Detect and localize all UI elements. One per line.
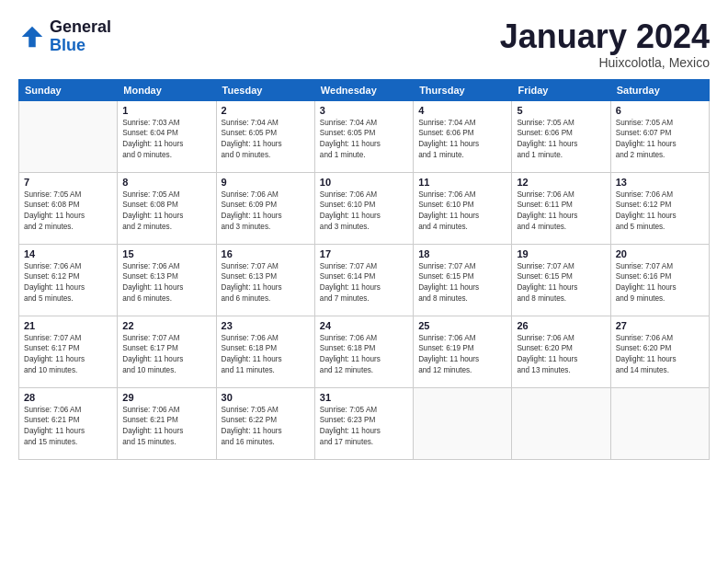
- day-cell: 17Sunrise: 7:07 AM Sunset: 6:14 PM Dayli…: [314, 244, 413, 316]
- day-number: 17: [320, 248, 408, 259]
- day-number: 30: [222, 392, 310, 403]
- day-number: 12: [517, 177, 605, 188]
- day-number: 1: [122, 105, 210, 116]
- logo-text-blue: Blue: [50, 37, 111, 55]
- day-number: 14: [24, 248, 112, 259]
- day-number: 6: [616, 105, 704, 116]
- day-cell: 1Sunrise: 7:03 AM Sunset: 6:04 PM Daylig…: [118, 100, 216, 172]
- day-number: 3: [320, 105, 408, 116]
- day-number: 23: [222, 320, 310, 331]
- day-cell: 14Sunrise: 7:06 AM Sunset: 6:12 PM Dayli…: [19, 244, 118, 316]
- day-cell: [512, 387, 610, 459]
- day-info: Sunrise: 7:06 AM Sunset: 6:18 PM Dayligh…: [320, 333, 408, 377]
- logo-icon: [18, 23, 46, 51]
- day-number: 13: [616, 177, 704, 188]
- day-info: Sunrise: 7:06 AM Sunset: 6:09 PM Dayligh…: [222, 190, 310, 234]
- day-info: Sunrise: 7:07 AM Sunset: 6:17 PM Dayligh…: [24, 333, 112, 377]
- day-info: Sunrise: 7:06 AM Sunset: 6:21 PM Dayligh…: [24, 405, 112, 449]
- day-info: Sunrise: 7:04 AM Sunset: 6:06 PM Dayligh…: [418, 118, 506, 162]
- day-cell: 7Sunrise: 7:05 AM Sunset: 6:08 PM Daylig…: [19, 172, 118, 244]
- day-cell: 24Sunrise: 7:06 AM Sunset: 6:18 PM Dayli…: [314, 316, 413, 387]
- day-number: 31: [320, 392, 408, 403]
- day-cell: 15Sunrise: 7:06 AM Sunset: 6:13 PM Dayli…: [118, 244, 216, 316]
- col-monday: Monday: [118, 79, 216, 100]
- day-cell: [19, 100, 118, 172]
- col-friday: Friday: [512, 79, 610, 100]
- day-cell: 13Sunrise: 7:06 AM Sunset: 6:12 PM Dayli…: [610, 172, 709, 244]
- day-number: 19: [517, 248, 605, 259]
- day-info: Sunrise: 7:07 AM Sunset: 6:16 PM Dayligh…: [616, 261, 704, 305]
- day-info: Sunrise: 7:05 AM Sunset: 6:08 PM Dayligh…: [24, 190, 112, 234]
- day-cell: 23Sunrise: 7:06 AM Sunset: 6:18 PM Dayli…: [216, 316, 314, 387]
- col-saturday: Saturday: [610, 79, 709, 100]
- day-number: 15: [122, 248, 210, 259]
- day-number: 20: [616, 248, 704, 259]
- day-number: 18: [418, 248, 506, 259]
- day-info: Sunrise: 7:05 AM Sunset: 6:06 PM Dayligh…: [517, 118, 605, 162]
- calendar-table: Sunday Monday Tuesday Wednesday Thursday…: [18, 79, 710, 460]
- day-number: 26: [517, 320, 605, 331]
- day-info: Sunrise: 7:05 AM Sunset: 6:23 PM Dayligh…: [320, 405, 408, 449]
- day-number: 5: [517, 105, 605, 116]
- day-info: Sunrise: 7:07 AM Sunset: 6:17 PM Dayligh…: [122, 333, 210, 377]
- day-cell: 19Sunrise: 7:07 AM Sunset: 6:15 PM Dayli…: [512, 244, 610, 316]
- week-row-1: 7Sunrise: 7:05 AM Sunset: 6:08 PM Daylig…: [19, 172, 710, 244]
- day-cell: 12Sunrise: 7:06 AM Sunset: 6:11 PM Dayli…: [512, 172, 610, 244]
- day-cell: 3Sunrise: 7:04 AM Sunset: 6:05 PM Daylig…: [314, 100, 413, 172]
- day-number: 29: [122, 392, 210, 403]
- day-number: 27: [616, 320, 704, 331]
- day-number: 7: [24, 177, 112, 188]
- logo: General Blue: [18, 18, 111, 55]
- day-number: 24: [320, 320, 408, 331]
- day-info: Sunrise: 7:03 AM Sunset: 6:04 PM Dayligh…: [122, 118, 210, 162]
- title-block: January 2024 Huixcolotla, Mexico: [500, 18, 710, 70]
- week-row-0: 1Sunrise: 7:03 AM Sunset: 6:04 PM Daylig…: [19, 100, 710, 172]
- day-cell: 30Sunrise: 7:05 AM Sunset: 6:22 PM Dayli…: [216, 387, 314, 459]
- day-info: Sunrise: 7:06 AM Sunset: 6:10 PM Dayligh…: [320, 190, 408, 234]
- day-info: Sunrise: 7:07 AM Sunset: 6:15 PM Dayligh…: [418, 261, 506, 305]
- day-info: Sunrise: 7:05 AM Sunset: 6:22 PM Dayligh…: [222, 405, 310, 449]
- day-cell: 20Sunrise: 7:07 AM Sunset: 6:16 PM Dayli…: [610, 244, 709, 316]
- day-info: Sunrise: 7:06 AM Sunset: 6:10 PM Dayligh…: [418, 190, 506, 234]
- day-info: Sunrise: 7:06 AM Sunset: 6:20 PM Dayligh…: [616, 333, 704, 377]
- day-info: Sunrise: 7:05 AM Sunset: 6:08 PM Dayligh…: [122, 190, 210, 234]
- day-cell: 9Sunrise: 7:06 AM Sunset: 6:09 PM Daylig…: [216, 172, 314, 244]
- page: General Blue January 2024 Huixcolotla, M…: [0, 0, 728, 469]
- day-cell: 6Sunrise: 7:05 AM Sunset: 6:07 PM Daylig…: [610, 100, 709, 172]
- day-cell: 21Sunrise: 7:07 AM Sunset: 6:17 PM Dayli…: [19, 316, 118, 387]
- day-info: Sunrise: 7:05 AM Sunset: 6:07 PM Dayligh…: [616, 118, 704, 162]
- logo-text-general: General: [50, 18, 111, 37]
- day-info: Sunrise: 7:06 AM Sunset: 6:13 PM Dayligh…: [122, 261, 210, 305]
- day-info: Sunrise: 7:06 AM Sunset: 6:21 PM Dayligh…: [122, 405, 210, 449]
- header: General Blue January 2024 Huixcolotla, M…: [18, 18, 710, 70]
- day-number: 11: [418, 177, 506, 188]
- day-info: Sunrise: 7:06 AM Sunset: 6:12 PM Dayligh…: [616, 190, 704, 234]
- month-title: January 2024: [500, 18, 710, 55]
- col-thursday: Thursday: [414, 79, 512, 100]
- day-info: Sunrise: 7:06 AM Sunset: 6:12 PM Dayligh…: [24, 261, 112, 305]
- day-info: Sunrise: 7:06 AM Sunset: 6:19 PM Dayligh…: [418, 333, 506, 377]
- svg-marker-0: [22, 27, 43, 48]
- day-cell: [610, 387, 709, 459]
- day-info: Sunrise: 7:07 AM Sunset: 6:14 PM Dayligh…: [320, 261, 408, 305]
- col-sunday: Sunday: [19, 79, 118, 100]
- day-info: Sunrise: 7:06 AM Sunset: 6:20 PM Dayligh…: [517, 333, 605, 377]
- day-info: Sunrise: 7:06 AM Sunset: 6:18 PM Dayligh…: [222, 333, 310, 377]
- location: Huixcolotla, Mexico: [500, 55, 710, 70]
- day-cell: 18Sunrise: 7:07 AM Sunset: 6:15 PM Dayli…: [414, 244, 512, 316]
- day-number: 8: [122, 177, 210, 188]
- header-row: Sunday Monday Tuesday Wednesday Thursday…: [19, 79, 710, 100]
- day-cell: 25Sunrise: 7:06 AM Sunset: 6:19 PM Dayli…: [414, 316, 512, 387]
- day-cell: 5Sunrise: 7:05 AM Sunset: 6:06 PM Daylig…: [512, 100, 610, 172]
- day-info: Sunrise: 7:04 AM Sunset: 6:05 PM Dayligh…: [320, 118, 408, 162]
- day-number: 10: [320, 177, 408, 188]
- day-number: 21: [24, 320, 112, 331]
- col-wednesday: Wednesday: [314, 79, 413, 100]
- day-number: 22: [122, 320, 210, 331]
- day-cell: 27Sunrise: 7:06 AM Sunset: 6:20 PM Dayli…: [610, 316, 709, 387]
- day-info: Sunrise: 7:06 AM Sunset: 6:11 PM Dayligh…: [517, 190, 605, 234]
- day-info: Sunrise: 7:07 AM Sunset: 6:15 PM Dayligh…: [517, 261, 605, 305]
- day-number: 2: [222, 105, 310, 116]
- day-cell: 28Sunrise: 7:06 AM Sunset: 6:21 PM Dayli…: [19, 387, 118, 459]
- col-tuesday: Tuesday: [216, 79, 314, 100]
